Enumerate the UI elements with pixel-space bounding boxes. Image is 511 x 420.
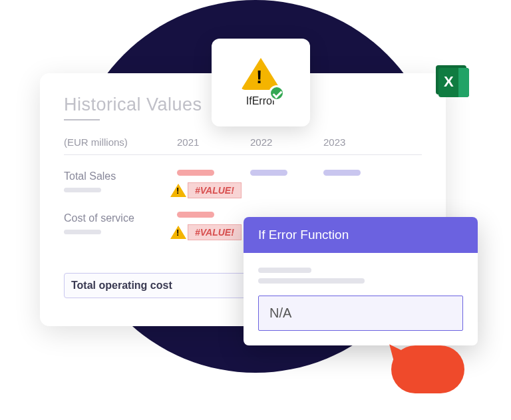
row-label-cost-text: Cost of service [64,212,134,224]
iferror-badge-card: IfError [212,39,310,126]
error-badge: #VALUE! [170,182,250,198]
warning-icon [170,226,186,239]
checkmark-icon [269,85,285,101]
value-placeholder [323,170,361,176]
decorative-blob [391,345,464,393]
total-label: Total operating cost [71,280,172,292]
error-badge: #VALUE! [170,224,250,240]
row-label-sales-text: Total Sales [64,170,116,182]
title-underline [64,119,100,120]
placeholder-bar [258,278,365,284]
panel-title: If Error Function [244,217,478,253]
value-placeholder-error [177,170,214,176]
cell-sales-2023 [323,170,397,176]
placeholder-bar [64,188,101,192]
row-total-sales: Total Sales #VALUE! [64,170,422,198]
excel-app-icon [436,67,471,99]
year-2022: 2022 [250,136,323,148]
year-2021: 2021 [177,136,250,148]
value-placeholder [250,170,287,176]
value-placeholder-error [177,212,214,218]
excel-icon [438,68,469,97]
row-label-cost: Cost of service [64,212,177,234]
error-text: #VALUE! [188,224,242,240]
header-row: (EUR millions) 2021 2022 2023 [64,136,422,155]
iferror-value-input[interactable]: N/A [258,296,463,331]
row-label-sales: Total Sales [64,170,177,192]
error-text: #VALUE! [188,182,242,198]
units-label: (EUR millions) [64,136,177,148]
cell-cost-2021: #VALUE! [177,212,250,240]
placeholder-bar [258,268,311,273]
placeholder-bar [64,230,101,234]
year-2023: 2023 [323,136,397,148]
warning-icon [170,184,186,197]
if-error-function-panel: If Error Function N/A [244,217,478,345]
cell-sales-2022 [250,170,323,176]
cell-sales-2021: #VALUE! [177,170,250,198]
panel-body: N/A [244,253,478,345]
